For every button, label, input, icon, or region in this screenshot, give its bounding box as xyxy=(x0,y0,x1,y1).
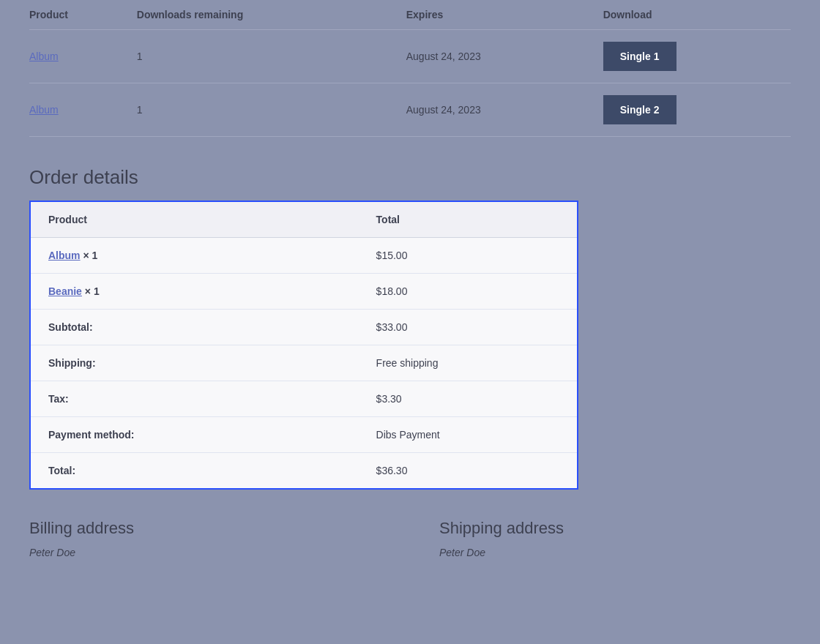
expires-1: August 24, 2023 xyxy=(400,30,597,83)
billing-address-title: Billing address xyxy=(29,519,381,538)
col-header-downloads-remaining: Downloads remaining xyxy=(131,0,400,30)
order-item-row: Beanie × 1 $18.00 xyxy=(31,274,577,310)
expires-2: August 24, 2023 xyxy=(400,83,597,137)
tax-row: Tax: $3.30 xyxy=(31,381,577,417)
download-button-1[interactable]: Single 1 xyxy=(603,42,676,71)
downloads-remaining-2: 1 xyxy=(131,83,400,137)
tax-value: $3.30 xyxy=(359,381,577,417)
billing-address-name: Peter Doe xyxy=(29,547,381,558)
subtotal-row: Subtotal: $33.00 xyxy=(31,310,577,345)
table-row: Album 1 August 24, 2023 Single 1 xyxy=(29,30,791,83)
shipping-row: Shipping: Free shipping xyxy=(31,345,577,381)
order-details-title: Order details xyxy=(29,166,791,189)
order-item-1-total: $15.00 xyxy=(359,238,577,274)
order-product-link-1[interactable]: Album xyxy=(48,250,81,261)
payment-method-value: Dibs Payment xyxy=(359,417,577,453)
col-header-expires: Expires xyxy=(400,0,597,30)
order-item-row: Album × 1 $15.00 xyxy=(31,238,577,274)
shipping-address-name: Peter Doe xyxy=(439,547,791,558)
order-table: Product Total Album × 1 $15.00 Beanie × … xyxy=(31,202,577,488)
subtotal-value: $33.00 xyxy=(359,310,577,345)
tax-label: Tax: xyxy=(31,381,359,417)
shipping-value: Free shipping xyxy=(359,345,577,381)
order-item-2-name: Beanie × 1 xyxy=(31,274,359,310)
addresses-section: Billing address Peter Doe Shipping addre… xyxy=(29,519,791,558)
order-item-2-total: $18.00 xyxy=(359,274,577,310)
order-product-link-2[interactable]: Beanie xyxy=(48,285,82,297)
payment-method-row: Payment method: Dibs Payment xyxy=(31,417,577,453)
billing-address-section: Billing address Peter Doe xyxy=(29,519,381,558)
order-item-1-quantity: × 1 xyxy=(83,250,97,261)
shipping-address-title: Shipping address xyxy=(439,519,791,538)
total-label: Total: xyxy=(31,453,359,489)
download-cell-1: Single 1 xyxy=(597,30,791,83)
download-button-2[interactable]: Single 2 xyxy=(603,95,676,124)
shipping-label: Shipping: xyxy=(31,345,359,381)
product-link-2[interactable]: Album xyxy=(29,83,131,137)
order-item-1-name: Album × 1 xyxy=(31,238,359,274)
order-col-header-total: Total xyxy=(359,202,577,238)
shipping-address-section: Shipping address Peter Doe xyxy=(439,519,791,558)
downloads-remaining-1: 1 xyxy=(131,30,400,83)
subtotal-label: Subtotal: xyxy=(31,310,359,345)
order-col-header-product: Product xyxy=(31,202,359,238)
download-cell-2: Single 2 xyxy=(597,83,791,137)
total-value: $36.30 xyxy=(359,453,577,489)
product-link-1[interactable]: Album xyxy=(29,30,131,83)
table-row: Album 1 August 24, 2023 Single 2 xyxy=(29,83,791,137)
col-header-product: Product xyxy=(29,0,131,30)
order-details-box: Product Total Album × 1 $15.00 Beanie × … xyxy=(29,201,578,490)
order-item-2-quantity: × 1 xyxy=(85,285,100,297)
downloads-table: Product Downloads remaining Expires Down… xyxy=(29,0,791,137)
payment-method-label: Payment method: xyxy=(31,417,359,453)
total-row: Total: $36.30 xyxy=(31,453,577,489)
col-header-download: Download xyxy=(597,0,791,30)
